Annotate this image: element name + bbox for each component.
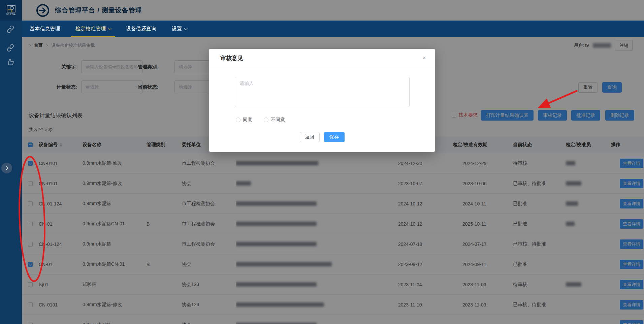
tab-verification-mgmt[interactable]: 检定校准管理 [73, 21, 112, 37]
radio-circle-icon [236, 118, 240, 122]
link-icon[interactable] [6, 25, 15, 34]
thumbs-up-icon[interactable] [6, 58, 15, 67]
review-opinion-dialog: 审核意见 × 同意 不同意 返回 保存 [209, 49, 435, 152]
radio-circle-icon [264, 118, 268, 122]
back-button[interactable]: 返回 [300, 132, 320, 142]
scetia-logo-icon [7, 5, 15, 12]
save-button[interactable]: 保存 [324, 132, 345, 142]
tab-borrow-query[interactable]: 设备借还查询 [124, 21, 158, 37]
logo: SCETIA [0, 0, 22, 21]
sidebar: SCETIA [0, 0, 22, 324]
app-root: SCETIA [0, 0, 644, 324]
opinion-textarea[interactable] [235, 77, 410, 107]
chevron-right-icon [4, 166, 8, 170]
tab-settings[interactable]: 设置 [170, 21, 189, 37]
radio-disagree[interactable]: 不同意 [264, 117, 285, 123]
main-nav: 基本信息管理 检定校准管理 设备借还查询 设置 [22, 21, 644, 37]
tab-basic-info[interactable]: 基本信息管理 [28, 21, 62, 37]
link-icon-2[interactable] [6, 43, 15, 53]
radio-agree[interactable]: 同意 [236, 117, 252, 123]
sidebar-expand-button[interactable] [1, 163, 12, 173]
chevron-down-icon [184, 27, 188, 30]
close-icon[interactable]: × [422, 55, 426, 61]
logo-text: SCETIA [6, 13, 16, 15]
chevron-down-icon [108, 27, 111, 30]
dialog-title: 审核意见 [220, 54, 243, 62]
